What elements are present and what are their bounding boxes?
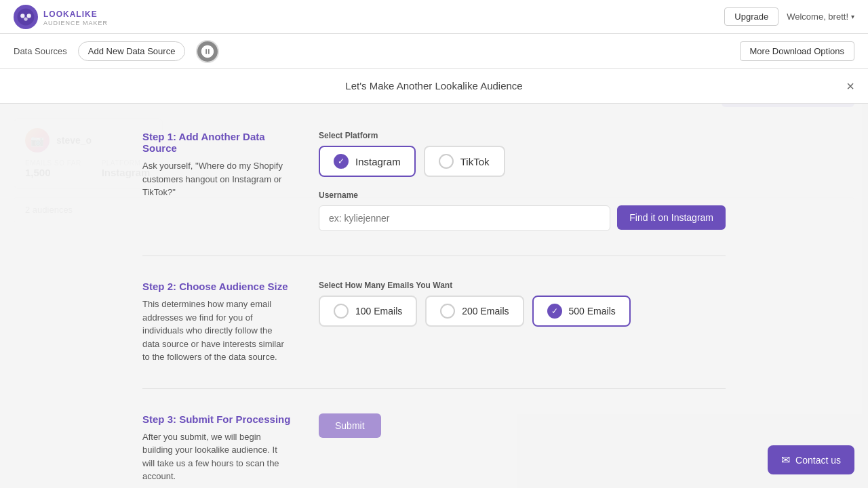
username-row: Find it on Instagram	[319, 205, 726, 231]
step1-desc: Ask yourself, "Where do my Shopify custo…	[142, 159, 292, 199]
topbar-left: LOOKALIKE AUDIENCE MAKER	[14, 5, 108, 29]
step1-left: Step 1: Add Another Data Source Ask your…	[142, 131, 292, 231]
upgrade-button[interactable]: Upgrade	[724, 7, 778, 26]
step1-title: Step 1: Add Another Data Source	[142, 131, 292, 154]
chevron-down-icon: ▾	[851, 13, 854, 20]
platform-tiktok[interactable]: TikTok	[424, 146, 505, 177]
instagram-check: ✓	[334, 154, 349, 169]
logo: LOOKALIKE AUDIENCE MAKER	[14, 5, 108, 29]
find-instagram-button[interactable]: Find it on Instagram	[617, 205, 726, 230]
logo-text-block: LOOKALIKE AUDIENCE MAKER	[43, 7, 108, 26]
topbar: LOOKALIKE AUDIENCE MAKER Upgrade Welcome…	[0, 0, 868, 34]
modal-body: Step 1: Add Another Data Source Ask your…	[129, 104, 739, 236]
logo-name: LOOKALIKE	[43, 9, 98, 19]
logo-sub: AUDIENCE MAKER	[43, 20, 108, 26]
avatar[interactable]	[196, 40, 219, 63]
username-label: Username	[319, 190, 726, 200]
logo-icon	[14, 5, 38, 29]
tiktok-label: TikTok	[460, 156, 490, 167]
welcome-text: Welcome, brett! ▾	[787, 12, 854, 22]
subnav-right: More Download Options	[740, 41, 854, 61]
subnav-left: Data Sources Add New Data Source	[14, 40, 219, 63]
svg-point-1	[20, 14, 24, 18]
step1-row: Step 1: Add Another Data Source Ask your…	[142, 131, 726, 236]
modal-overlay: Let's Make Another Lookalike Audience × …	[0, 69, 868, 236]
data-sources-nav[interactable]: Data Sources	[14, 46, 67, 56]
topbar-right: Upgrade Welcome, brett! ▾	[724, 7, 854, 26]
svg-point-0	[18, 8, 35, 25]
add-source-button[interactable]: Add New Data Source	[78, 41, 186, 61]
close-button[interactable]: ×	[846, 79, 854, 94]
modal-header: Let's Make Another Lookalike Audience ×	[0, 69, 868, 104]
platform-label: Select Platform	[319, 131, 726, 140]
platform-options: ✓ Instagram TikTok	[319, 146, 726, 177]
subnav: Data Sources Add New Data Source More Do…	[0, 34, 868, 69]
platform-instagram[interactable]: ✓ Instagram	[319, 146, 416, 177]
instagram-label: Instagram	[355, 156, 401, 167]
more-download-button[interactable]: More Download Options	[740, 41, 854, 61]
modal-title: Let's Make Another Lookalike Audience	[345, 80, 522, 92]
svg-point-2	[27, 14, 31, 18]
username-input[interactable]	[319, 205, 610, 231]
tiktok-check	[439, 154, 454, 169]
svg-point-3	[24, 17, 27, 20]
step1-right: Select Platform ✓ Instagram TikTok Usern…	[319, 131, 726, 231]
